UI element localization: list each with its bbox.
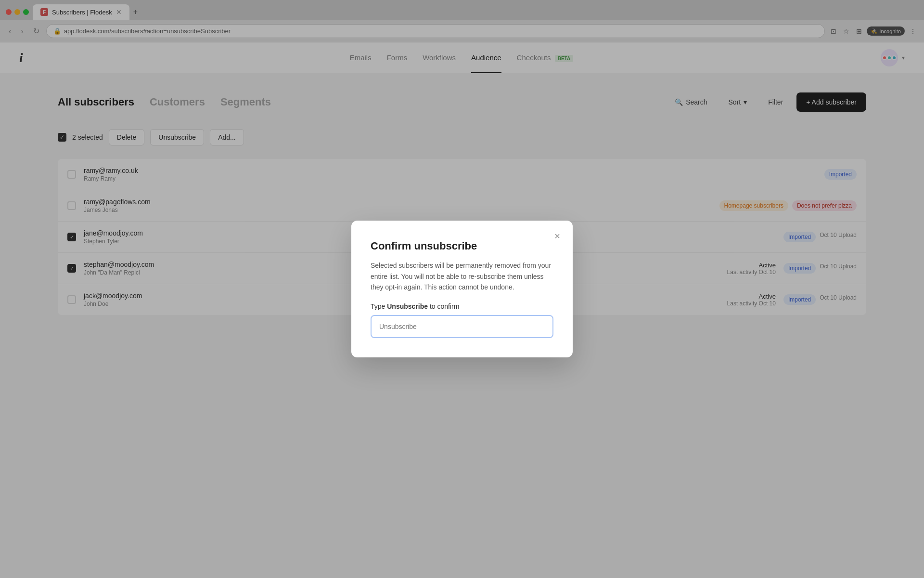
confirm-prefix: Type (371, 302, 387, 310)
modal-close-button[interactable]: × (550, 228, 565, 244)
modal-confirm-label: Type Unsubscribe to confirm (371, 302, 553, 310)
confirm-keyword: Unsubscribe (387, 302, 428, 310)
modal-title: Confirm unsubscribe (371, 240, 553, 252)
modal-overlay[interactable]: × Confirm unsubscribe Selected subscribe… (0, 0, 924, 578)
modal-body: Selected subscribers will be permanently… (371, 260, 553, 292)
confirm-suffix: to confirm (428, 302, 459, 310)
confirm-input[interactable] (371, 315, 553, 338)
confirm-unsubscribe-modal: × Confirm unsubscribe Selected subscribe… (351, 221, 573, 357)
